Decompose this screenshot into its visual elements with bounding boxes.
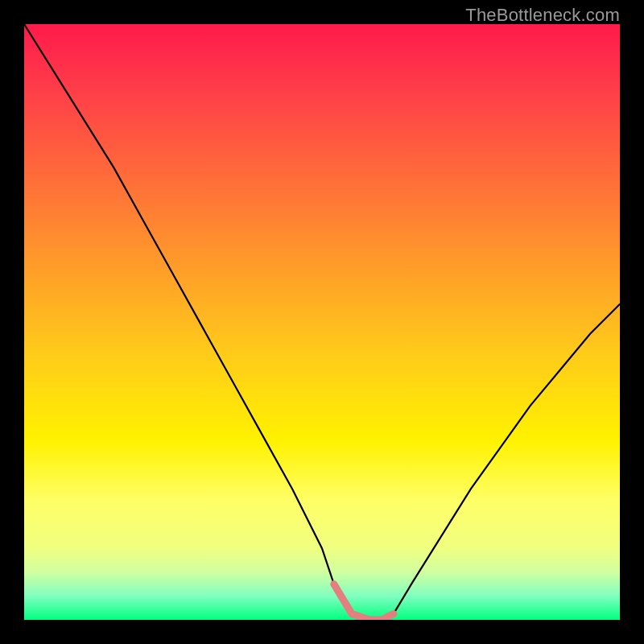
bottleneck-curve-path <box>24 24 620 620</box>
curve-layer <box>24 24 620 620</box>
watermark-text: TheBottleneck.com <box>465 5 620 26</box>
highlight-segment <box>334 584 394 620</box>
plot-area <box>24 24 620 620</box>
bottleneck-chart: TheBottleneck.com <box>0 0 644 644</box>
